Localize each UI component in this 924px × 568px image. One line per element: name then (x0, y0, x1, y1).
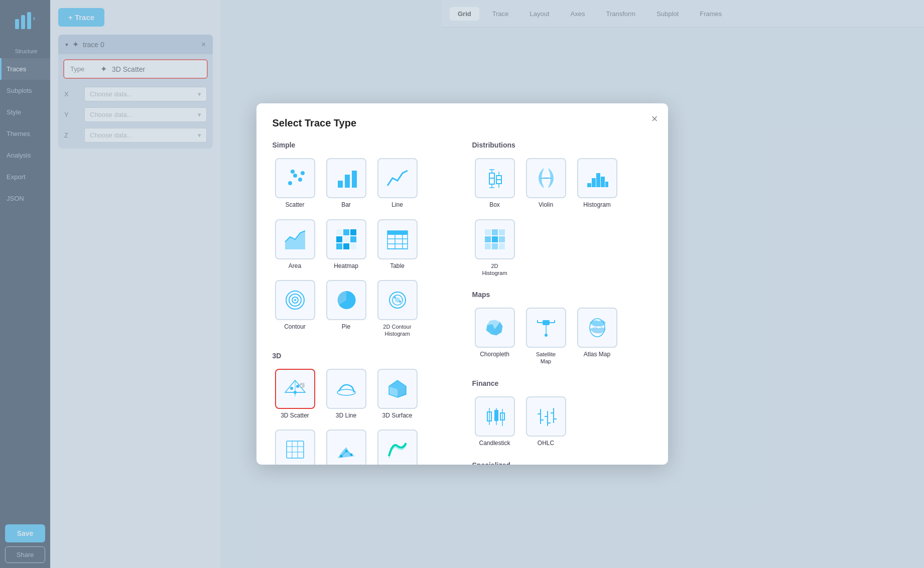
heatmap-label: Heatmap (334, 262, 358, 270)
trace-option-violin[interactable]: Violin (523, 156, 569, 211)
trace-option-3d-line[interactable]: 3D Line (324, 367, 369, 422)
pie-icon-box (326, 280, 366, 320)
svg-point-94 (545, 334, 548, 337)
svg-rect-14 (343, 229, 349, 235)
3d-trace-grid: 3D Scatter 3D Line (273, 367, 452, 465)
trace-option-candlestick[interactable]: Candlestick (472, 394, 517, 450)
svg-rect-20 (343, 243, 349, 249)
svg-rect-76 (596, 173, 600, 187)
atlas-map-icon-box (577, 308, 617, 348)
3d-surface-label: 3D Surface (382, 412, 412, 420)
area-icon-box (275, 219, 315, 259)
simple-section-title: Simple (273, 141, 452, 149)
svg-point-45 (301, 384, 302, 385)
finance-trace-grid: Candlestick (472, 394, 652, 450)
maps-section-title: Maps (472, 291, 652, 299)
ohlc-icon-box (526, 396, 566, 437)
svg-rect-54 (287, 441, 304, 458)
svg-rect-88 (543, 320, 550, 325)
trace-option-heatmap[interactable]: Heatmap (324, 217, 369, 272)
2d-contour-histogram-icon-box (377, 280, 418, 320)
svg-rect-85 (485, 243, 491, 249)
trace-option-streamtube[interactable]: Streamtube (375, 428, 420, 465)
pie-label: Pie (342, 323, 350, 331)
svg-rect-17 (343, 236, 349, 242)
trace-option-line[interactable]: Line (375, 156, 420, 211)
3d-section-title: 3D (273, 352, 452, 360)
svg-rect-15 (350, 229, 356, 235)
box-label: Box (489, 201, 500, 209)
svg-rect-80 (492, 229, 498, 235)
trace-option-contour[interactable]: Contour (273, 278, 318, 340)
trace-option-box[interactable]: Box (472, 156, 517, 211)
candlestick-label: Candlestick (479, 440, 510, 448)
maps-trace-grid: Choropleth (472, 306, 652, 367)
line-label: Line (391, 201, 403, 209)
ohlc-label: OHLC (538, 440, 554, 448)
svg-rect-82 (485, 236, 491, 242)
svg-rect-22 (387, 231, 408, 235)
svg-rect-9 (338, 181, 343, 188)
maps-section: Maps Choropleth (472, 291, 652, 367)
distributions-section-title: Distributions (472, 141, 652, 149)
table-icon-box (377, 219, 418, 259)
svg-rect-74 (587, 183, 591, 187)
trace-option-ohlc[interactable]: OHLC (523, 394, 569, 450)
trace-option-pie[interactable]: Pie (324, 278, 369, 340)
simple-section: Simple (273, 141, 452, 340)
trace-option-cone[interactable]: Cone (324, 428, 369, 465)
histogram-label: Histogram (583, 201, 611, 209)
scatter-icon-box (275, 158, 315, 198)
trace-option-area[interactable]: Area (273, 217, 318, 272)
right-column: Distributions (472, 141, 652, 465)
trace-option-satellite-map[interactable]: Satellite Map (523, 306, 569, 367)
scatter-label: Scatter (285, 201, 304, 209)
svg-point-5 (293, 174, 297, 178)
3d-line-label: 3D Line (336, 412, 356, 420)
svg-point-43 (294, 391, 297, 394)
choropleth-label: Choropleth (480, 351, 509, 359)
trace-option-histogram[interactable]: Histogram (575, 156, 620, 211)
trace-option-table[interactable]: Table (375, 217, 420, 272)
specialized-section-title: Specialized (472, 461, 652, 465)
svg-point-6 (298, 178, 302, 182)
area-label: Area (289, 262, 301, 270)
svg-point-7 (291, 170, 295, 174)
left-column: Simple (273, 141, 452, 465)
2d-histogram-icon-box (475, 219, 515, 259)
trace-option-2d-histogram[interactable]: 2D Histogram (472, 217, 517, 279)
svg-rect-99 (494, 410, 498, 421)
trace-option-2d-contour-histogram[interactable]: 2D Contour Histogram (375, 278, 420, 340)
streamtube-icon-box (377, 430, 418, 465)
trace-option-3d-mesh[interactable]: 3D Mesh (273, 428, 318, 465)
svg-rect-11 (352, 171, 357, 188)
svg-rect-16 (336, 236, 342, 242)
trace-option-atlas-map[interactable]: Atlas Map (575, 306, 620, 367)
svg-rect-86 (492, 243, 498, 249)
trace-option-3d-surface[interactable]: 3D Surface (375, 367, 420, 422)
trace-option-scatter[interactable]: Scatter (273, 156, 318, 211)
svg-point-37 (399, 301, 401, 303)
dialog-close-button[interactable]: × (651, 112, 658, 125)
svg-rect-79 (485, 229, 491, 235)
histogram-icon-box (577, 158, 617, 198)
svg-point-42 (296, 385, 299, 388)
2d-histogram-label: 2D Histogram (482, 262, 507, 277)
3d-line-icon-box (326, 369, 366, 409)
svg-rect-10 (345, 175, 350, 188)
simple-trace-grid: Scatter Bar (273, 156, 452, 340)
cone-icon-box (326, 430, 366, 465)
svg-rect-87 (499, 243, 505, 249)
trace-option-bar[interactable]: Bar (324, 156, 369, 211)
svg-point-4 (288, 181, 292, 185)
bar-label: Bar (341, 201, 351, 209)
3d-section: 3D (273, 352, 452, 465)
trace-option-choropleth[interactable]: Choropleth (472, 306, 517, 367)
svg-point-41 (290, 387, 293, 390)
distributions-section: Distributions (472, 141, 652, 278)
bar-icon-box (326, 158, 366, 198)
violin-label: Violin (539, 201, 553, 209)
trace-option-3d-scatter[interactable]: 3D Scatter (273, 367, 318, 422)
3d-surface-icon-box (377, 369, 418, 409)
atlas-map-label: Atlas Map (584, 351, 610, 359)
